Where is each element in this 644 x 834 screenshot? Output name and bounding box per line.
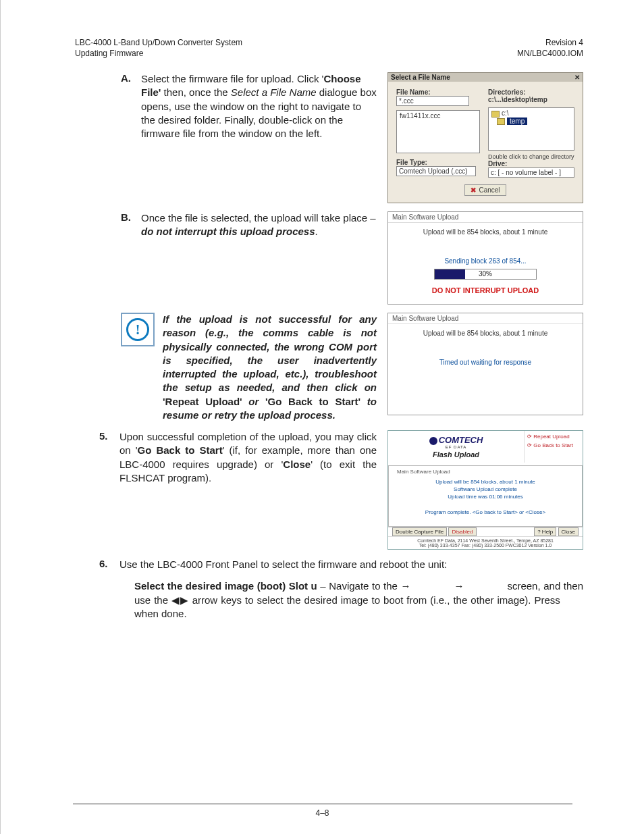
close-icon: ✕ — [574, 74, 580, 81]
step-b-text: Once the file is selected, the upload wi… — [141, 211, 377, 239]
file-dialog-screenshot: Select a File Name✕ File Name: *.ccc fw1… — [387, 72, 583, 203]
step-5-text: Upon successful completion of the upload… — [119, 430, 377, 485]
caution-icon: ! — [121, 313, 155, 346]
cancel-button: ✖Cancel — [464, 184, 506, 196]
step-6-marker: 6. — [99, 558, 114, 571]
upload-timeout-screenshot: Main Software Upload Upload will be 854 … — [387, 313, 583, 415]
step-a-marker: A. — [121, 72, 136, 140]
caution-text: If the upload is not successful for any … — [163, 313, 377, 422]
step-6-text: Use the LBC-4000 Front Panel to select t… — [119, 558, 447, 571]
page-header: LBC-4000 L-Band Up/Down Converter System… — [75, 38, 583, 59]
step-b-marker: B. — [121, 211, 136, 239]
progress-bar: 30% — [434, 269, 537, 280]
repeat-upload-link: ⟳ Repeat Upload — [527, 434, 580, 440]
go-back-link: ⟳ Go Back to Start — [527, 442, 580, 448]
close-button: Close — [558, 527, 579, 536]
step-a-text: Select the firmware file for upload. Cli… — [141, 72, 377, 140]
flash-upload-screenshot: COMTECH EF DATA Flash Upload ⟳ Repeat Up… — [387, 430, 583, 550]
header-left: LBC-4000 L-Band Up/Down Converter System… — [75, 38, 242, 59]
help-button: ? Help — [534, 527, 556, 536]
page-footer: 4–8 — [1, 804, 644, 818]
upload-progress-screenshot: Main Software Upload Upload will be 854 … — [387, 211, 583, 305]
header-right: Revision 4 MN/LBC4000.IOM — [517, 38, 583, 59]
boot-paragraph: Select the desired image (boot) Slot u –… — [134, 579, 583, 621]
step-5-marker: 5. — [99, 430, 114, 485]
